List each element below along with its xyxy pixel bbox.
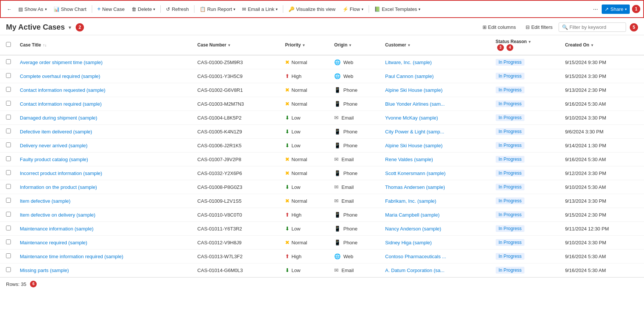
row-checkbox[interactable]	[6, 239, 11, 244]
customer-link[interactable]: Alpine Ski House (sample)	[385, 143, 442, 148]
case-number: CAS-01013-W7L3F2	[197, 254, 243, 259]
show-chart-button[interactable]: 📊 Show Chart	[51, 4, 90, 14]
case-title-link[interactable]: Item defective on delivery (sample)	[20, 212, 96, 218]
customer-link[interactable]: Rene Valdes (sample)	[385, 157, 433, 162]
flow-button[interactable]: ⚡ Flow ▾	[339, 4, 366, 14]
refresh-button[interactable]: ↺ Refresh	[163, 4, 192, 14]
row-status-cell: In Progress	[491, 250, 560, 263]
row-checkbox-cell	[0, 263, 15, 277]
case-title-link[interactable]: Maintenance required (sample)	[20, 240, 87, 245]
case-title-link[interactable]: Information on the product (sample)	[20, 184, 97, 190]
show-as-button[interactable]: ▤ Show As ▾	[15, 4, 50, 14]
keyword-input[interactable]	[569, 24, 623, 30]
row-checkbox[interactable]	[6, 156, 11, 161]
edit-filters-button[interactable]: ⊟ Edit filters	[522, 22, 556, 32]
select-all-checkbox[interactable]	[6, 42, 11, 47]
case-title-link[interactable]: Maintenance time information required (s…	[20, 254, 123, 259]
case-title-link[interactable]: Incorrect product information (sample)	[20, 170, 102, 176]
back-button[interactable]: ←	[4, 4, 15, 14]
row-status-cell: In Progress	[491, 97, 560, 111]
priority-label: Normal	[291, 87, 307, 93]
run-report-button[interactable]: 📋 Run Report ▾	[197, 4, 238, 14]
customer-link[interactable]: Sidney Higa (sample)	[385, 240, 432, 245]
row-number-cell: CAS-01003-M2M7N3	[193, 97, 281, 111]
row-title-cell: Item defective on delivery (sample)	[15, 208, 193, 222]
customer-link[interactable]: Nancy Anderson (sample)	[385, 226, 441, 232]
visualize-button[interactable]: 🔑 Visualize this view	[285, 4, 338, 14]
row-checkbox[interactable]	[6, 253, 11, 258]
case-title-link[interactable]: Contact information requested (sample)	[20, 87, 105, 93]
customer-link[interactable]: Litware, Inc. (sample)	[385, 60, 432, 65]
row-checkbox[interactable]	[6, 267, 11, 272]
more-button[interactable]: ⋯	[590, 4, 601, 14]
delete-button[interactable]: 🗑 Delete ▾	[129, 4, 158, 14]
view-title-caret[interactable]: ▾	[69, 24, 71, 30]
customer-link[interactable]: Alpine Ski House (sample)	[385, 87, 442, 93]
share-button[interactable]: ↗ Share ▾	[602, 4, 630, 14]
origin-cell: 🌐 Web	[334, 60, 353, 65]
customer-link[interactable]: Blue Yonder Airlines (sam...	[385, 101, 445, 107]
customer-link[interactable]: City Power & Light (samp...	[385, 129, 444, 135]
case-title-link[interactable]: Faulty product catalog (sample)	[20, 157, 88, 162]
toolbar: ← ▤ Show As ▾ 📊 Show Chart + New Case 🗑 …	[0, 0, 644, 18]
row-status-cell: In Progress	[491, 125, 560, 139]
customer-link[interactable]: Yvonne McKay (sample)	[385, 115, 438, 121]
new-case-button[interactable]: + New Case	[94, 4, 128, 14]
origin-label: Web	[344, 254, 354, 259]
case-title-link[interactable]: Contact information required (sample)	[20, 101, 102, 107]
row-checkbox[interactable]	[6, 59, 11, 64]
row-customer-cell: Alpine Ski House (sample)	[381, 83, 491, 97]
customer-link[interactable]: Thomas Andersen (sample)	[385, 184, 445, 190]
case-title-link[interactable]: Average order shipment time (sample)	[20, 60, 103, 65]
footer: Rows: 35 6	[0, 277, 644, 290]
customer-link[interactable]: Scott Konersmann (sample)	[385, 170, 445, 176]
case-title-link[interactable]: Missing parts (sample)	[20, 268, 69, 273]
case-title-link[interactable]: Complete overhaul required (sample)	[20, 73, 100, 79]
case-title-link[interactable]: Defective item delivered (sample)	[20, 129, 92, 135]
row-checkbox[interactable]	[6, 170, 11, 175]
case-title-link[interactable]: Maintenance information (sample)	[20, 226, 94, 232]
case-title-link[interactable]: Item defective (sample)	[20, 198, 70, 204]
customer-link[interactable]: Paul Cannon (sample)	[385, 73, 433, 79]
row-checkbox[interactable]	[6, 87, 11, 92]
row-status-cell: In Progress	[491, 263, 560, 277]
table-row: Contact information requested (sample) C…	[0, 83, 644, 97]
customer-link[interactable]: Fabrikam, Inc. (sample)	[385, 198, 436, 204]
case-title-link[interactable]: Damaged during shipment (sample)	[20, 115, 97, 121]
share-caret: ▾	[625, 7, 627, 11]
table-row: Item defective (sample) CAS-01009-L2V1S5…	[0, 194, 644, 208]
col-case-number: Case Number ▾	[193, 35, 281, 55]
row-checkbox[interactable]	[6, 212, 11, 217]
row-title-cell: Maintenance information (sample)	[15, 222, 193, 236]
row-checkbox[interactable]	[6, 198, 11, 203]
row-priority-cell: ✖ Normal	[281, 83, 330, 97]
customer-link[interactable]: Maria Campbell (sample)	[385, 212, 439, 218]
status-badge: In Progress	[496, 267, 524, 274]
priority-label: High	[291, 212, 302, 218]
row-checkbox[interactable]	[6, 73, 11, 78]
case-number: CAS-01032-Y2X6P6	[197, 170, 242, 176]
row-checkbox[interactable]	[6, 226, 11, 230]
keyword-filter[interactable]: 🔍	[559, 22, 626, 32]
row-checkbox[interactable]	[6, 115, 11, 120]
view-actions: ⊞ Edit columns ⊟ Edit filters 🔍 5	[479, 22, 638, 32]
customer-link[interactable]: Contoso Pharmaceuticals ...	[385, 254, 446, 259]
status-badge: In Progress	[496, 253, 524, 260]
email-link-button[interactable]: ✉ Email a Link ▾	[239, 4, 281, 14]
priority-cell: ✖ Normal	[285, 198, 307, 204]
customer-link[interactable]: A. Datum Corporation (sa...	[385, 268, 444, 273]
row-checkbox[interactable]	[6, 142, 11, 147]
row-checkbox-cell	[0, 139, 15, 153]
table-body: Average order shipment time (sample) CAS…	[0, 55, 644, 277]
origin-label: Email	[342, 198, 354, 204]
row-checkbox[interactable]	[6, 129, 11, 133]
excel-button[interactable]: 📗 Excel Templates ▾	[371, 4, 423, 14]
origin-label: Email	[342, 268, 354, 273]
row-checkbox[interactable]	[6, 184, 11, 189]
edit-columns-button[interactable]: ⊞ Edit columns	[479, 22, 520, 32]
col-created-sort: ▾	[591, 43, 593, 47]
row-checkbox[interactable]	[6, 101, 11, 106]
priority-label: High	[291, 254, 302, 259]
case-title-link[interactable]: Delivery never arrived (sample)	[20, 143, 88, 148]
priority-normal-icon: ✖	[285, 239, 290, 245]
